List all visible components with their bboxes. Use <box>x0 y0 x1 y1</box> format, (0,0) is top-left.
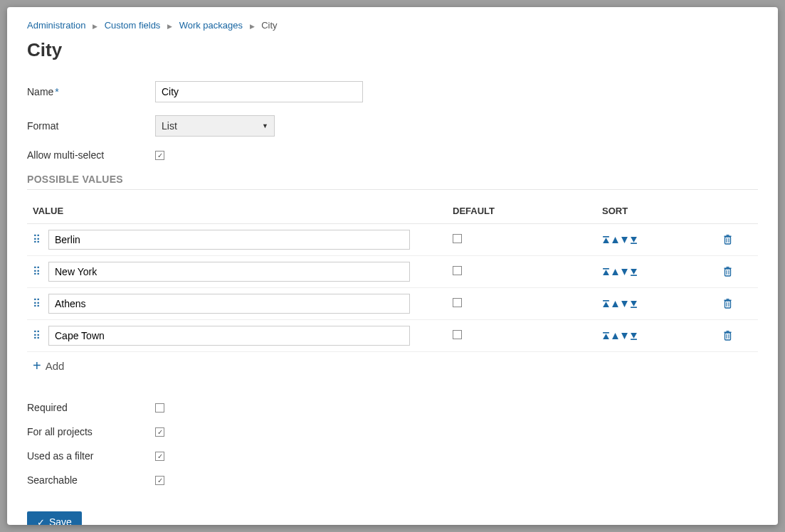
default-checkbox[interactable] <box>453 266 462 275</box>
svg-marker-13 <box>612 269 618 275</box>
move-up-icon[interactable] <box>611 300 619 308</box>
delete-icon[interactable] <box>723 267 752 277</box>
svg-marker-12 <box>603 270 609 275</box>
svg-rect-32 <box>727 299 729 300</box>
for-all-projects-checkbox[interactable] <box>155 427 164 437</box>
drag-handle-icon[interactable] <box>33 301 41 307</box>
svg-marker-34 <box>603 334 609 339</box>
drag-handle-icon[interactable] <box>33 269 41 275</box>
move-up-icon[interactable] <box>611 332 619 340</box>
move-down-icon[interactable] <box>621 332 628 340</box>
save-button[interactable]: ✓ Save <box>27 511 82 525</box>
value-row <box>27 320 758 352</box>
sort-controls <box>602 332 723 340</box>
svg-rect-9 <box>725 236 732 238</box>
delete-icon[interactable] <box>723 331 752 341</box>
breadcrumb-current: City <box>261 20 277 31</box>
drag-handle-icon[interactable] <box>33 333 41 339</box>
move-top-icon[interactable] <box>602 268 610 276</box>
svg-rect-16 <box>631 275 637 276</box>
move-up-icon[interactable] <box>611 236 619 244</box>
move-bottom-icon[interactable] <box>630 268 638 276</box>
value-row <box>27 288 758 320</box>
default-checkbox[interactable] <box>453 330 462 339</box>
chevron-down-icon: ▼ <box>262 122 268 129</box>
svg-marker-37 <box>631 333 637 339</box>
move-top-icon[interactable] <box>602 236 610 244</box>
svg-rect-42 <box>725 332 732 334</box>
svg-rect-43 <box>727 331 729 332</box>
save-label: Save <box>49 516 72 525</box>
svg-marker-15 <box>631 269 637 275</box>
name-label: Name* <box>27 86 155 97</box>
svg-marker-35 <box>612 333 618 339</box>
format-value: List <box>162 120 177 132</box>
breadcrumb-work-packages[interactable]: Work packages <box>179 20 243 31</box>
required-label: Required <box>27 402 155 413</box>
chevron-right-icon: ▶ <box>250 23 255 30</box>
page-title: City <box>27 39 758 61</box>
breadcrumb-custom-fields[interactable]: Custom fields <box>105 20 161 31</box>
move-down-icon[interactable] <box>621 268 628 276</box>
sort-controls <box>602 236 723 244</box>
svg-rect-20 <box>725 268 732 270</box>
value-row <box>27 256 758 288</box>
value-input[interactable] <box>48 294 410 314</box>
name-input[interactable] <box>155 81 363 102</box>
svg-rect-0 <box>603 236 609 238</box>
move-bottom-icon[interactable] <box>630 300 638 308</box>
sort-controls <box>602 268 723 276</box>
used-as-filter-label: Used as a filter <box>27 450 155 462</box>
check-icon: ✓ <box>37 517 45 526</box>
move-down-icon[interactable] <box>621 300 628 308</box>
format-select[interactable]: List ▼ <box>155 115 275 137</box>
searchable-checkbox[interactable] <box>155 476 164 485</box>
col-header-default: DEFAULT <box>453 206 602 216</box>
admin-custom-field-page: Administration ▶ Custom fields ▶ Work pa… <box>7 7 778 525</box>
add-value-button[interactable]: + Add <box>27 352 758 372</box>
svg-rect-10 <box>727 235 729 236</box>
move-bottom-icon[interactable] <box>630 236 638 244</box>
required-checkbox[interactable] <box>155 403 164 413</box>
multi-select-label: Allow multi-select <box>27 149 155 161</box>
value-input[interactable] <box>48 262 410 282</box>
delete-icon[interactable] <box>723 299 752 309</box>
value-row <box>27 224 758 256</box>
chevron-right-icon: ▶ <box>93 23 98 30</box>
move-bottom-icon[interactable] <box>630 332 638 340</box>
svg-rect-27 <box>631 307 637 308</box>
move-down-icon[interactable] <box>621 236 628 244</box>
svg-marker-4 <box>631 237 637 243</box>
default-checkbox[interactable] <box>453 234 462 243</box>
svg-rect-28 <box>725 301 731 308</box>
default-checkbox[interactable] <box>453 298 462 307</box>
add-label: Add <box>46 360 65 372</box>
possible-values-heading: POSSIBLE VALUES <box>27 174 758 190</box>
svg-rect-38 <box>631 339 637 340</box>
used-as-filter-checkbox[interactable] <box>155 452 164 461</box>
svg-marker-2 <box>612 237 618 243</box>
value-input[interactable] <box>48 230 410 250</box>
col-header-delete <box>723 206 752 216</box>
svg-rect-22 <box>603 300 609 302</box>
searchable-label: Searchable <box>27 474 155 486</box>
svg-marker-36 <box>621 333 628 339</box>
svg-marker-1 <box>603 238 609 243</box>
multi-select-checkbox[interactable] <box>155 151 164 160</box>
plus-icon: + <box>33 359 41 372</box>
drag-handle-icon[interactable] <box>33 237 41 243</box>
move-top-icon[interactable] <box>602 300 610 308</box>
col-header-sort: SORT <box>602 206 723 216</box>
delete-icon[interactable] <box>723 235 752 245</box>
for-all-projects-label: For all projects <box>27 426 155 437</box>
move-up-icon[interactable] <box>611 268 619 276</box>
svg-marker-26 <box>631 301 637 307</box>
move-top-icon[interactable] <box>602 332 610 340</box>
breadcrumb-administration[interactable]: Administration <box>27 20 85 31</box>
svg-rect-6 <box>725 237 731 244</box>
chevron-right-icon: ▶ <box>167 23 172 30</box>
svg-rect-5 <box>631 243 637 244</box>
svg-rect-11 <box>603 268 609 270</box>
value-input[interactable] <box>48 326 410 346</box>
format-label: Format <box>27 120 155 132</box>
